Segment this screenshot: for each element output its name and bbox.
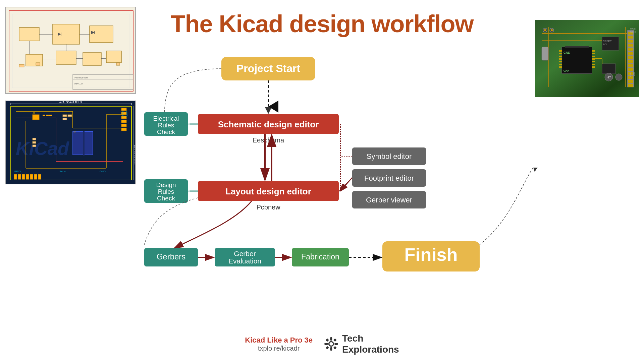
svg-text:Rules: Rules (158, 122, 174, 129)
svg-rect-105 (628, 40, 633, 43)
svg-marker-146 (265, 107, 272, 114)
svg-rect-193 (334, 343, 338, 345)
svg-text:Gerber: Gerber (234, 250, 256, 257)
svg-rect-192 (324, 343, 328, 345)
svg-text:RESET: RESET (603, 40, 612, 43)
svg-rect-191 (330, 347, 332, 351)
svg-text:MOSI: MOSI (630, 27, 636, 30)
svg-point-189 (329, 342, 333, 346)
svg-rect-197 (333, 346, 337, 350)
svg-text:Design: Design (156, 181, 176, 188)
svg-rect-190 (330, 337, 332, 341)
svg-rect-4 (53, 24, 79, 44)
svg-text:Project Start: Project Start (236, 62, 301, 74)
svg-rect-106 (628, 44, 633, 47)
svg-text:Footprint editor: Footprint editor (364, 174, 414, 182)
svg-text:Layout design editor: Layout design editor (225, 186, 311, 196)
svg-rect-3 (19, 27, 39, 41)
svg-text:Gerber viewer: Gerber viewer (366, 196, 412, 204)
svg-text:Gerbers: Gerbers (157, 252, 186, 261)
svg-text:Electrical: Electrical (153, 115, 179, 122)
svg-rect-194 (326, 339, 329, 342)
gear-icon (323, 336, 339, 352)
footer-text: Kicad Like a Pro 3e txplo.re/kicadr (245, 336, 313, 352)
svg-point-124 (544, 29, 546, 31)
svg-rect-5 (90, 26, 113, 43)
svg-text:Rules: Rules (158, 188, 174, 195)
svg-text:Pcbnew: Pcbnew (256, 203, 280, 211)
svg-text:Check: Check (157, 128, 175, 135)
svg-text:Evaluation: Evaluation (228, 257, 261, 265)
footer-logo: Tech Explorations (323, 333, 399, 355)
svg-rect-104 (628, 36, 633, 39)
svg-rect-196 (326, 346, 329, 350)
svg-text:Symbol editor: Symbol editor (367, 152, 412, 161)
svg-text:Fabrication: Fabrication (301, 252, 339, 261)
svg-rect-195 (333, 339, 337, 342)
svg-text:Check: Check (157, 195, 175, 202)
svg-point-126 (551, 29, 553, 31)
footer-brand: Kicad Like a Pro 3e (245, 336, 313, 345)
svg-text:Schematic design editor: Schematic design editor (218, 119, 319, 129)
footer-url: txplo.re/kicadr (245, 345, 313, 352)
footer-logo-text: Tech Explorations (342, 333, 399, 355)
footer: Kicad Like a Pro 3e txplo.re/kicadr Tech (245, 333, 399, 355)
svg-text:SCL: SCL (603, 43, 608, 46)
svg-text:Finish: Finish (405, 244, 458, 264)
svg-text:MISO: MISO (630, 31, 636, 33)
svg-line-187 (339, 178, 352, 191)
svg-text:Eeschema: Eeschema (253, 136, 284, 144)
